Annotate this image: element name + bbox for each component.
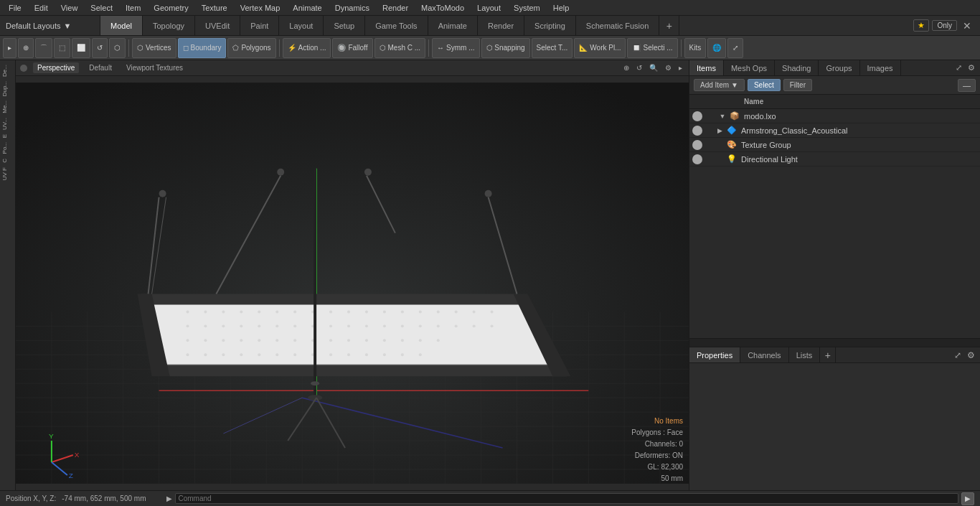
rp-tab-shading[interactable]: Shading	[775, 60, 819, 75]
viewport-dot[interactable]	[20, 65, 27, 72]
item-row-armstrong[interactable]: ▶ 🔷 Armstrong_Classic_Acoustical	[689, 123, 980, 138]
tab-render[interactable]: Render	[478, 16, 524, 35]
menu-dynamics[interactable]: Dynamics	[329, 2, 375, 14]
tab-layout[interactable]: Layout	[279, 16, 324, 35]
item-vis-0[interactable]	[692, 111, 702, 121]
props-tab-properties[interactable]: Properties	[689, 347, 740, 362]
sidebar-e[interactable]: E	[1, 133, 14, 139]
sidebar-de[interactable]: De...	[1, 63, 14, 78]
sidebar-c[interactable]: C	[1, 157, 14, 164]
props-tab-channels[interactable]: Channels	[740, 347, 788, 362]
tool-scale[interactable]: ⬚	[54, 38, 70, 58]
tool-rotate[interactable]: ⌒	[35, 38, 52, 58]
menu-help[interactable]: Help	[547, 2, 575, 14]
item-expand-1[interactable]: ▶	[715, 126, 724, 135]
vp-ctrl-play[interactable]: ▸	[677, 63, 684, 72]
tool-hex[interactable]: ⬡	[109, 38, 126, 58]
items-select-button[interactable]: Select	[748, 79, 781, 91]
vp-ctrl-rotate[interactable]: ↺	[634, 63, 644, 72]
rp-header-buttons: ⤢ ⚙	[951, 62, 980, 73]
tool-polygons[interactable]: ⬠ Polygons	[227, 38, 275, 58]
menu-geometry[interactable]: Geometry	[148, 2, 194, 14]
menu-system[interactable]: System	[508, 2, 546, 14]
tab-setup[interactable]: Setup	[324, 16, 365, 35]
menu-layout[interactable]: Layout	[471, 2, 507, 14]
props-tab-lists[interactable]: Lists	[789, 347, 821, 362]
rp-tab-images[interactable]: Images	[860, 60, 901, 75]
item-vis-2[interactable]	[692, 140, 702, 150]
command-run-button[interactable]: ▶	[961, 492, 974, 505]
tool-globe[interactable]: 🌐	[707, 38, 726, 58]
viewport-perspective-tab[interactable]: Perspective	[33, 62, 79, 73]
rp-tab-mesh-ops[interactable]: Mesh Ops	[724, 60, 775, 75]
tab-schematic-fusion[interactable]: Schematic Fusion	[576, 16, 659, 35]
menu-file[interactable]: File	[3, 2, 27, 14]
props-settings-icon[interactable]: ⚙	[965, 350, 977, 361]
tool-selecti[interactable]: 🔲 Selecti ...	[627, 38, 677, 58]
items-filter-button[interactable]: Filter	[783, 79, 812, 91]
tab-topology[interactable]: Topology	[143, 16, 195, 35]
tool-work-pl[interactable]: 📐 Work Pl...	[574, 38, 626, 58]
layouts-dropdown[interactable]: Default Layouts ▼	[0, 16, 100, 35]
tool-circle[interactable]: ↺	[92, 38, 108, 58]
tab-scripting[interactable]: Scripting	[524, 16, 576, 35]
item-row-modo-lxo[interactable]: ▼ 📦 modo.lxo	[689, 109, 980, 123]
tool-select[interactable]: ▸	[3, 38, 17, 58]
sidebar-me[interactable]: Me...	[1, 99, 14, 115]
item-vis-3[interactable]	[692, 154, 702, 164]
vp-ctrl-settings[interactable]: ⚙	[663, 63, 674, 72]
item-row-directional-light[interactable]: 💡 Directional Light	[689, 152, 980, 167]
tool-snapping[interactable]: ⬡ Snapping	[481, 38, 530, 58]
tab-paint[interactable]: Paint	[240, 16, 279, 35]
sidebar-uvf[interactable]: UV F	[1, 166, 14, 182]
sidebar-uv[interactable]: UV...	[1, 116, 14, 131]
tool-boundary[interactable]: ◻ Boundary	[178, 38, 227, 58]
items-scrollbar[interactable]	[689, 338, 980, 347]
tool-maximize[interactable]: ⤢	[727, 38, 743, 58]
menu-select[interactable]: Select	[85, 2, 118, 14]
rp-tab-items[interactable]: Items	[689, 60, 724, 75]
tab-animate[interactable]: Animate	[428, 16, 478, 35]
tool-vertices[interactable]: ⬡ Vertices	[132, 38, 176, 58]
menu-edit[interactable]: Edit	[29, 2, 54, 14]
menu-render[interactable]: Render	[377, 2, 414, 14]
vp-ctrl-zoom[interactable]: 🔍	[647, 63, 660, 72]
item-vis-1[interactable]	[692, 126, 702, 136]
menu-animate[interactable]: Animate	[287, 2, 327, 14]
viewport-canvas[interactable]: X Y Z No Items Polygons : Face Channels:…	[16, 76, 689, 490]
tool-symm[interactable]: ↔ Symm ...	[432, 38, 479, 58]
tool-transform[interactable]: ⊕	[18, 38, 34, 58]
item-row-texture-group[interactable]: 🎨 Texture Group	[689, 138, 980, 152]
only-button[interactable]: Only	[932, 20, 957, 31]
item-expand-0[interactable]: ▼	[718, 112, 727, 121]
sidebar-po[interactable]: Po...	[1, 141, 14, 155]
items-minus-button[interactable]: —	[958, 79, 976, 92]
props-expand-icon[interactable]: ⤢	[952, 350, 963, 361]
vp-ctrl-crosshair[interactable]: ⊕	[621, 63, 631, 72]
tab-game-tools[interactable]: Game Tools	[365, 16, 428, 35]
menu-item[interactable]: Item	[120, 2, 146, 14]
rp-settings-icon[interactable]: ⚙	[966, 62, 977, 73]
tool-action[interactable]: ⚡ Action ...	[283, 38, 331, 58]
tool-select-t[interactable]: Select T...	[532, 38, 573, 58]
rp-expand-icon[interactable]: ⤢	[953, 62, 964, 73]
menu-vertex-map[interactable]: Vertex Map	[235, 2, 286, 14]
tool-kits[interactable]: Kits	[684, 38, 707, 58]
props-add-button[interactable]: +	[820, 347, 836, 362]
viewport-default-tab[interactable]: Default	[85, 62, 116, 73]
tab-add-button[interactable]: +	[659, 16, 679, 35]
sidebar-dup[interactable]: Dup...	[1, 80, 14, 98]
menu-view[interactable]: View	[55, 2, 84, 14]
command-input[interactable]	[175, 493, 959, 504]
tool-falloff[interactable]: 🔘 Falloff	[332, 38, 372, 58]
tab-uvedit[interactable]: UVEdit	[195, 16, 240, 35]
menu-texture[interactable]: Texture	[196, 2, 233, 14]
add-item-button[interactable]: Add Item ▼	[694, 79, 745, 91]
settings-icon[interactable]: ✕	[960, 19, 974, 33]
tool-mesh-c[interactable]: ⬡ Mesh C ...	[374, 38, 426, 58]
menu-maxtomodo[interactable]: MaxToModo	[415, 2, 470, 14]
tool-box[interactable]: ⬜	[72, 38, 90, 58]
rp-tab-groups[interactable]: Groups	[819, 60, 859, 75]
tab-model[interactable]: Model	[100, 16, 143, 35]
viewport-texture-tab[interactable]: Viewport Textures	[122, 62, 187, 73]
